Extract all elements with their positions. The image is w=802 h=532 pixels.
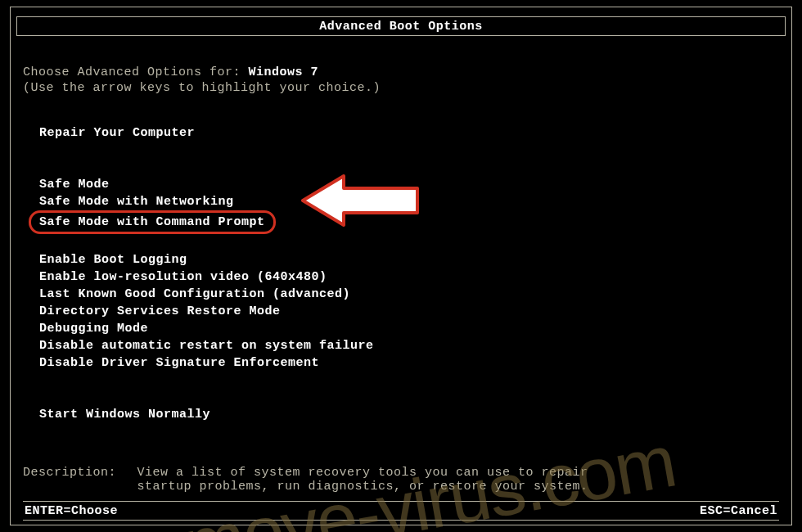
choose-line: Choose Advanced Options for: Windows 7 xyxy=(23,65,779,79)
menu-item-safe-mode-networking[interactable]: Safe Mode with Networking xyxy=(39,193,234,210)
menu-item-low-res[interactable]: Enable low-resolution video (640x480) xyxy=(39,268,327,286)
menu-item-boot-logging[interactable]: Enable Boot Logging xyxy=(39,251,187,268)
menu-item-start-normal[interactable]: Start Windows Normally xyxy=(39,406,210,423)
menu-item-safe-mode[interactable]: Safe Mode xyxy=(39,176,110,193)
description-label: Description: xyxy=(23,466,129,480)
hint-line: (Use the arrow keys to highlight your ch… xyxy=(23,81,779,95)
menu-item-disable-restart[interactable]: Disable automatic restart on system fail… xyxy=(39,337,374,354)
menu-item-repair[interactable]: Repair Your Computer xyxy=(39,124,195,142)
footer-enter: ENTER=Choose xyxy=(25,504,118,518)
footer-bar: ENTER=Choose ESC=Cancel xyxy=(23,501,779,521)
footer-esc: ESC=Cancel xyxy=(700,504,777,518)
menu-item-safe-mode-cmd[interactable]: Safe Mode with Command Prompt xyxy=(29,210,276,234)
description-block: Description: View a list of system recov… xyxy=(23,466,779,494)
menu-item-disable-driver-sig[interactable]: Disable Driver Signature Enforcement xyxy=(39,354,319,372)
menu-item-ds-restore[interactable]: Directory Services Restore Mode xyxy=(39,303,281,320)
choose-prefix: Choose Advanced Options for: xyxy=(23,65,249,79)
content-area: Choose Advanced Options for: Windows 7 (… xyxy=(23,65,779,494)
title-bar: Advanced Boot Options xyxy=(16,16,786,36)
title-text: Advanced Boot Options xyxy=(319,20,483,34)
boot-menu[interactable]: Repair Your Computer Safe Mode Safe Mode… xyxy=(39,124,779,423)
os-name: Windows 7 xyxy=(249,65,319,79)
menu-item-debugging[interactable]: Debugging Mode xyxy=(39,320,148,337)
menu-item-last-known[interactable]: Last Known Good Configuration (advanced) xyxy=(39,286,350,303)
description-text: View a list of system recovery tools you… xyxy=(137,466,596,494)
